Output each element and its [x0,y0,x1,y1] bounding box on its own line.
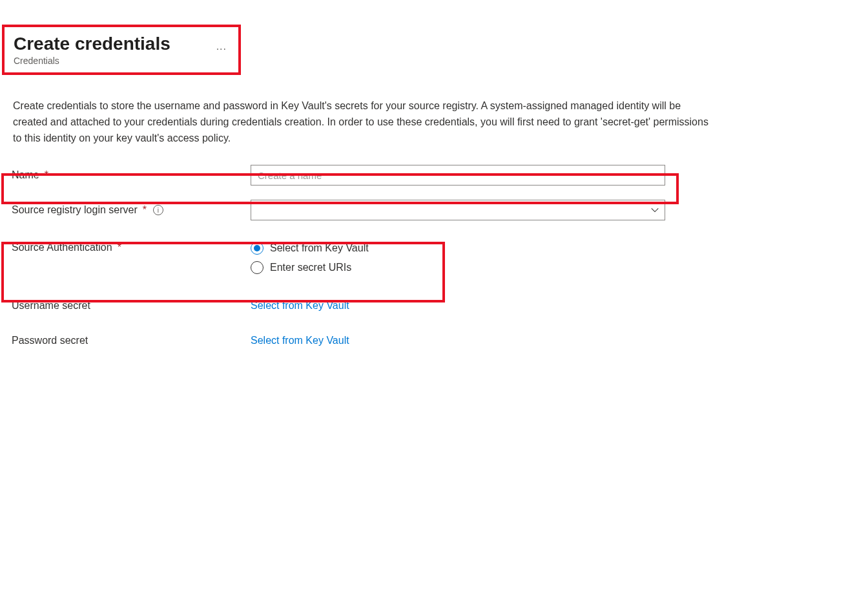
name-input[interactable] [251,165,665,186]
radio-label-kv: Select from Key Vault [270,242,369,254]
info-icon[interactable]: i [153,205,163,215]
header-region: Create credentials ··· Credentials [2,25,241,75]
row-source-auth: Source Authentication * Select from Key … [0,234,868,274]
required-star: * [45,169,48,181]
label-name-text: Name [12,169,39,181]
radio-indicator-selected [251,242,264,255]
create-credentials-panel: Create credentials ··· Credentials Creat… [0,0,868,358]
label-password-secret-text: Password secret [12,335,88,346]
page-title: Create credentials [14,34,170,54]
row-password-secret: Password secret Select from Key Vault [0,323,868,358]
row-login-server: Source registry login server * i [0,193,868,228]
more-icon[interactable]: ··· [216,43,227,55]
radio-enter-secret-uris[interactable]: Enter secret URIs [251,261,665,274]
label-username-secret-text: Username secret [12,300,90,312]
required-star: * [118,242,121,253]
username-secret-select-link[interactable]: Select from Key Vault [251,300,349,311]
breadcrumb: Credentials [14,56,200,66]
required-star: * [143,204,147,216]
label-source-auth-text: Source Authentication [12,242,112,253]
row-name: Name * [0,158,868,193]
description-text: Create credentials to store the username… [13,98,717,146]
label-password-secret: Password secret [0,335,239,346]
label-username-secret: Username secret [0,300,239,312]
label-login-server-text: Source registry login server [12,204,138,216]
label-login-server: Source registry login server * i [0,204,239,216]
login-server-dropdown[interactable] [251,200,665,220]
label-name: Name * [0,169,239,181]
radio-label-uri: Enter secret URIs [270,262,351,273]
chevron-down-icon [650,206,659,215]
password-secret-select-link[interactable]: Select from Key Vault [251,335,349,346]
radio-select-key-vault[interactable]: Select from Key Vault [251,242,665,255]
row-username-secret: Username secret Select from Key Vault [0,288,868,323]
label-source-auth: Source Authentication * [0,242,239,253]
form-area: Name * Source registry login server * i [0,158,868,358]
source-auth-radio-group: Select from Key Vault Enter secret URIs [251,242,665,274]
radio-indicator-unselected [251,261,264,274]
